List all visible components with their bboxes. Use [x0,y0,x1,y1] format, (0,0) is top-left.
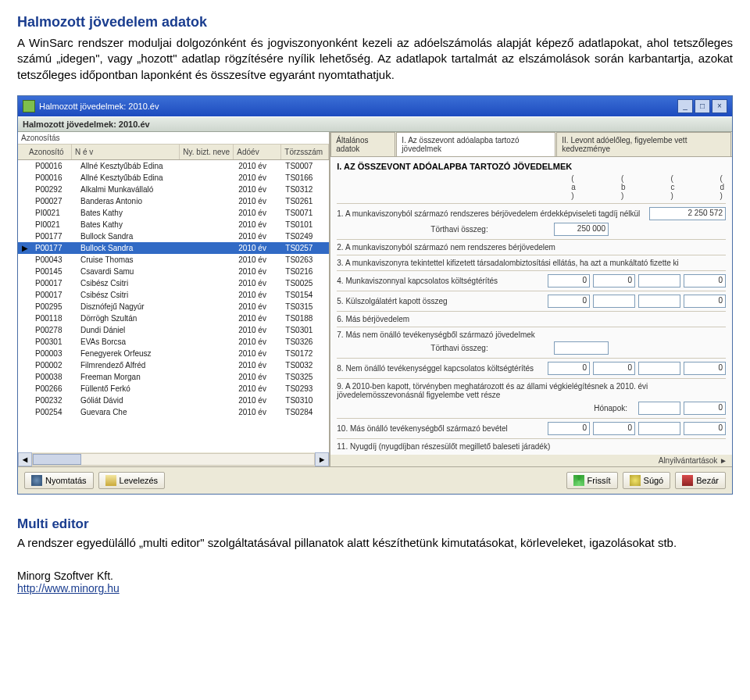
col-d-label: ( d ) [720,174,724,200]
row4-d[interactable]: 0 [684,274,726,288]
col-year[interactable]: Adóév [234,145,281,159]
close-button[interactable]: × [712,99,727,113]
row4-a[interactable]: 0 [548,274,590,288]
table-row[interactable]: ▶P00177Bullock Sandra2010 évTS0257 [18,242,329,254]
tab-section2[interactable]: II. Levont adóelőleg, figyelembe vett ke… [556,132,731,156]
row8-label: 8. Nem önálló tevékenységgel kapcsolatos… [337,364,545,373]
row9b-value[interactable] [638,402,680,415]
grid-group-header: Azonosítás [18,132,329,145]
mail-button[interactable]: Levelezés [98,472,166,489]
minimize-button[interactable]: _ [677,99,693,113]
titlebar: Halmozott jövedelmek: 2010.év _ □ × [18,96,732,116]
close-icon [682,475,693,486]
row10-d[interactable]: 0 [684,422,726,435]
row8-a[interactable]: 0 [548,362,590,375]
table-row[interactable]: P00232Góliát Dávid2010 évTS0310 [18,395,329,406]
help-button[interactable]: Súgó [623,472,671,489]
employee-grid: Azonosítás Azonosító N é v Ny. bizt. nev… [18,132,330,466]
row4-c[interactable] [638,274,680,288]
table-row[interactable]: P00278Dundi Dániel2010 évTS0301 [18,324,329,336]
table-row[interactable]: P00016Allné Kesztyűbáb Edina2010 évTS000… [18,160,329,172]
row8-d[interactable]: 0 [684,362,726,375]
close-form-button[interactable]: Bezár [675,472,726,489]
print-button[interactable]: Nyomtatás [24,472,94,489]
table-row[interactable]: P00145Csavardi Samu2010 évTS0216 [18,266,329,277]
row7b-value[interactable] [554,341,609,355]
form-heading: I. AZ ÖSSZEVONT ADÓALAPBA TARTOZÓ JÖVEDE… [337,162,726,171]
row5-d[interactable]: 0 [684,295,726,308]
row4-label: 4. Munkaviszonnyal kapcsolatos költségté… [337,277,545,285]
col-a-label: ( a ) [571,174,576,200]
help-icon [630,475,641,486]
table-row[interactable]: P00017Csibész Csitri2010 évTS0154 [18,289,329,301]
table-row[interactable]: P00016Allné Kesztyűbáb Edina2010 évTS016… [18,172,329,184]
table-row[interactable]: P00118Dörrögh Szultán2010 évTS0188 [18,312,329,324]
table-row[interactable]: P00292Alkalmi Munkavállaló2010 évTS0312 [18,184,329,195]
col-ts[interactable]: Törzsszám [281,145,329,159]
row4-b[interactable]: 0 [593,274,635,288]
row7-label: 7. Más nem önálló tevékenységből származ… [337,330,726,339]
subsection-heading: Multi editor [17,516,733,532]
table-row[interactable]: P00038Freeman Morgan2010 évTS0325 [18,371,329,383]
row1b-label: Törthavi összeg: [337,225,551,234]
table-row[interactable]: P00017Csibész Csitri2010 évTS0025 [18,277,329,289]
subrecords-link[interactable]: Alnyilvántartások [659,456,718,465]
company-name: Minorg Szoftver Kft. [17,570,733,582]
subtitle-bar: Halmozott jövedelmek: 2010.év [18,116,732,132]
intro-paragraph: A WinSarc rendszer moduljai dolgozónként… [17,35,733,83]
tab-general[interactable]: Általános adatok [330,132,395,156]
table-row[interactable]: P00043Cruise Thomas2010 évTS0263 [18,254,329,266]
row7b-label: Törthavi összeg: [337,344,551,352]
scroll-right-icon[interactable]: ► [315,452,329,466]
chevron-right-icon[interactable]: ► [720,456,727,465]
table-row[interactable]: P00003Fenegyerek Orfeusz2010 évTS0172 [18,348,329,359]
table-row[interactable]: P00002Filmrendező Alfréd2010 évTS0032 [18,359,329,371]
maximize-button[interactable]: □ [695,99,710,113]
row10-label: 10. Más önálló tevékenységből származó b… [337,424,545,433]
printer-icon [31,475,42,486]
row1b-value[interactable]: 250 000 [554,223,609,236]
col-c-label: ( c ) [670,174,674,200]
company-link[interactable]: http://www.minorg.hu [17,582,120,595]
grid-h-scroll[interactable]: ◄ ► [18,452,329,466]
grid-body[interactable]: P00016Allné Kesztyűbáb Edina2010 évTS000… [18,160,329,452]
row1-label: 1. A munkaviszonyból származó rendszeres… [337,209,646,218]
table-row[interactable]: P00295Disznófejű Nagyúr2010 évTS0315 [18,301,329,312]
table-row[interactable]: PI0021Bates Kathy2010 évTS0071 [18,207,329,219]
row9b-label: Hónapok: [337,404,635,412]
tab-section1[interactable]: I. Az összevont adóalapba tartozó jövede… [396,132,555,156]
app-icon [23,100,35,112]
row10-c[interactable] [638,422,680,435]
scroll-left-icon[interactable]: ◄ [18,452,32,466]
table-row[interactable]: P00177Bullock Sandra2010 évTS0249 [18,230,329,242]
row9-label: 9. A 2010-ben kapott, törvényben meghatá… [337,382,726,399]
table-row[interactable]: P00301EVAs Borcsa2010 évTS0326 [18,336,329,348]
row5-label: 5. Külszolgálatért kapott összeg [337,297,545,305]
grid-header: Azonosító N é v Ny. bizt. neve Adóév Tör… [18,145,329,160]
table-row[interactable]: P00027Banderas Antonio2010 évTS0261 [18,195,329,207]
row5-b[interactable] [593,295,635,308]
row9b-d[interactable]: 0 [684,402,726,415]
row10-b[interactable]: 0 [593,422,635,435]
page-heading: Halmozott jövedelem adatok [17,14,733,30]
table-row[interactable]: P00254Guevara Che2010 évTS0284 [18,406,329,418]
row10-a[interactable]: 0 [548,422,590,435]
row1-value[interactable]: 2 250 572 [649,207,726,220]
row5-c[interactable] [638,295,680,308]
table-row[interactable]: P00266Füllentő Ferkó2010 évTS0293 [18,383,329,395]
row2-label: 2. A munkaviszonyból származó nem rendsz… [337,243,726,252]
subsection-paragraph: A rendszer egyedülálló „multi editor" sz… [17,535,733,551]
row8-b[interactable]: 0 [593,362,635,375]
row5-a[interactable]: 0 [548,295,590,308]
col-biz[interactable]: Ny. bizt. neve [180,145,234,159]
row6-label: 6. Más bérjövedelem [337,315,726,323]
row8-c[interactable] [638,362,680,375]
col-name[interactable]: N é v [72,145,180,159]
row11-label: 11. Nyugdíj (nyugdíjban részesülőt megil… [337,442,726,451]
table-row[interactable]: PI0021Bates Kathy2010 évTS0101 [18,219,329,230]
row3-label: 3. A munkaviszonyra tekintettel kifizete… [337,259,726,267]
app-window: Halmozott jövedelmek: 2010.év _ □ × Halm… [17,95,733,495]
refresh-button[interactable]: Frissít [566,472,618,489]
col-id[interactable]: Azonosító [26,145,72,159]
mail-icon [105,475,116,486]
